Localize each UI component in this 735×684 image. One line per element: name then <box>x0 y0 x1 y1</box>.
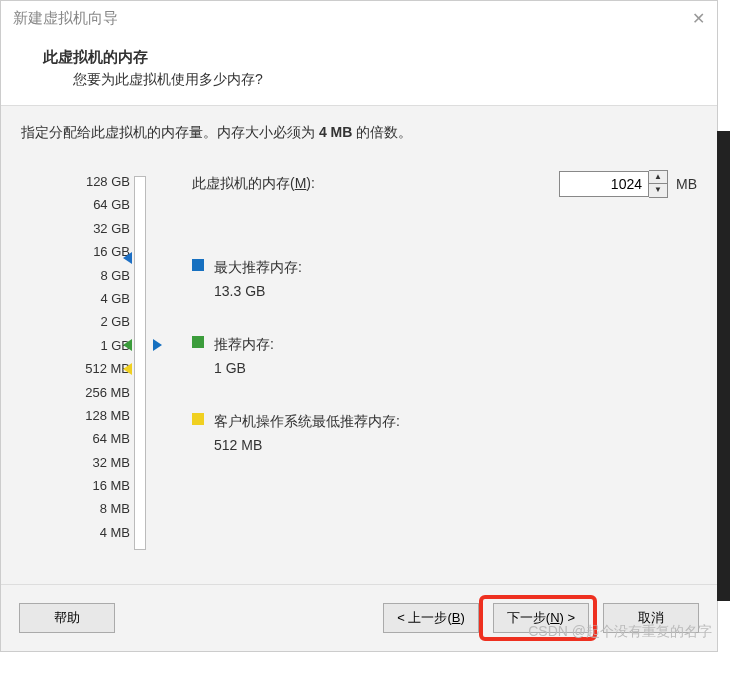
memory-field-label: 此虚拟机的内存(M): <box>192 175 559 193</box>
current-memory-marker-icon[interactable] <box>153 339 162 351</box>
scale-tick-label: 256 MB <box>21 381 146 404</box>
background-window <box>717 131 730 601</box>
square-icon <box>192 413 204 425</box>
help-button[interactable]: 帮助 <box>19 603 115 633</box>
header-section: 此虚拟机的内存 您要为此虚拟机使用多少内存? <box>1 36 717 106</box>
scale-tick-label: 2 GB <box>21 310 146 333</box>
scale-tick-label: 128 MB <box>21 404 146 427</box>
square-icon <box>192 259 204 271</box>
slider-markers <box>134 176 146 550</box>
max-memory-marker-icon <box>123 252 132 264</box>
scale-tick-label: 128 GB <box>21 170 146 193</box>
legend-min-memory: 客户机操作系统最低推荐内存: 512 MB <box>192 410 697 457</box>
instruction-text: 指定分配给此虚拟机的内存量。内存大小必须为 4 MB 的倍数。 <box>21 124 697 142</box>
scale-tick-label: 32 GB <box>21 217 146 240</box>
spinner-down-button[interactable]: ▼ <box>649 184 667 197</box>
body-section: 指定分配给此虚拟机的内存量。内存大小必须为 4 MB 的倍数。 128 GB64… <box>1 106 717 584</box>
scale-tick-label: 64 GB <box>21 193 146 216</box>
titlebar: 新建虚拟机向导 ✕ <box>1 1 717 36</box>
scale-tick-label: 32 MB <box>21 451 146 474</box>
close-icon[interactable]: ✕ <box>692 9 705 28</box>
scale-tick-label: 4 MB <box>21 521 146 544</box>
footer: 帮助 < 上一步(B) 下一步(N) > 取消 <box>1 584 717 651</box>
spinner-up-button[interactable]: ▲ <box>649 171 667 184</box>
legend-recommended-memory: 推荐内存: 1 GB <box>192 333 697 380</box>
min-memory-marker-icon <box>123 363 132 375</box>
recommended-memory-marker-icon <box>123 339 132 351</box>
cancel-button[interactable]: 取消 <box>603 603 699 633</box>
scale-tick-label: 4 GB <box>21 287 146 310</box>
next-button[interactable]: 下一步(N) > <box>493 603 589 633</box>
square-icon <box>192 336 204 348</box>
page-title: 此虚拟机的内存 <box>43 48 695 67</box>
memory-input[interactable] <box>559 171 649 197</box>
memory-scale[interactable]: 128 GB64 GB32 GB16 GB8 GB4 GB2 GB1 GB512… <box>21 170 146 544</box>
memory-spinner[interactable]: ▲ ▼ <box>559 170 668 198</box>
wizard-dialog: 新建虚拟机向导 ✕ 此虚拟机的内存 您要为此虚拟机使用多少内存? 指定分配给此虚… <box>0 0 718 652</box>
back-button[interactable]: < 上一步(B) <box>383 603 479 633</box>
scale-tick-label: 16 MB <box>21 474 146 497</box>
memory-unit: MB <box>676 176 697 192</box>
dialog-title: 新建虚拟机向导 <box>13 9 118 28</box>
scale-tick-label: 8 GB <box>21 264 146 287</box>
scale-tick-label: 8 MB <box>21 497 146 520</box>
highlight-annotation: 下一步(N) > <box>479 595 597 641</box>
legend-max-memory: 最大推荐内存: 13.3 GB <box>192 256 697 303</box>
scale-tick-label: 64 MB <box>21 427 146 450</box>
page-subtitle: 您要为此虚拟机使用多少内存? <box>73 71 695 89</box>
memory-info-column: 此虚拟机的内存(M): ▲ ▼ MB 最大推荐内存: <box>192 170 697 456</box>
